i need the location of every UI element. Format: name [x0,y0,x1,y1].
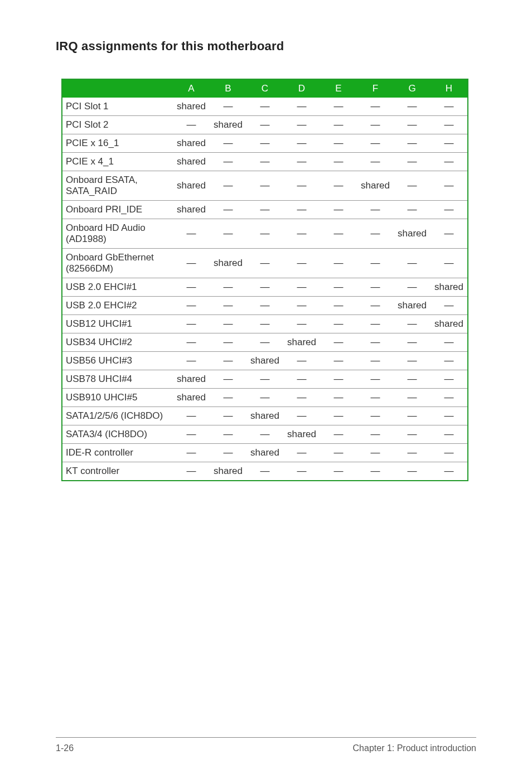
row-cell: — [283,278,320,297]
row-cell: — [210,352,246,370]
row-cell: — [431,98,467,116]
row-cell: — [357,116,394,134]
row-cell: — [283,116,320,134]
row-cell: — [394,278,431,297]
footer-chapter: Chapter 1: Product introduction [353,743,476,753]
row-label: USB56 UHCI#3 [62,352,173,370]
row-cell: — [173,297,210,315]
row-cell: — [246,201,283,219]
header-blank [62,80,173,98]
row-cell: — [246,389,283,407]
row-label: KT controller [62,462,173,481]
row-cell: — [394,407,431,425]
row-cell: shared [246,407,283,425]
row-label: IDE-R controller [62,444,173,462]
row-cell: — [394,315,431,333]
row-label: USB12 UHCI#1 [62,315,173,333]
table-row: USB 2.0 EHCI#1———————shared [62,278,467,297]
row-cell: shared [173,153,210,171]
row-cell: — [173,425,210,444]
row-cell: — [357,333,394,352]
row-cell: — [394,134,431,153]
row-cell: — [173,116,210,134]
row-cell: — [210,278,246,297]
row-cell: — [394,444,431,462]
row-cell: — [320,315,357,333]
row-cell: — [210,153,246,171]
row-label: Onboard ESATA, SATA_RAID [62,171,173,201]
row-cell: — [320,370,357,389]
row-cell: — [357,444,394,462]
row-cell: shared [173,98,210,116]
row-cell: — [394,370,431,389]
row-cell: — [173,333,210,352]
row-cell: — [210,134,246,153]
table-row: Onboard PRI_IDEshared——————— [62,201,467,219]
row-cell: — [320,116,357,134]
row-label: PCI Slot 1 [62,98,173,116]
row-cell: — [210,219,246,249]
row-cell: — [320,352,357,370]
row-cell: — [320,462,357,481]
row-cell: — [210,98,246,116]
header-col-a: A [173,80,210,98]
row-cell: — [394,333,431,352]
row-cell: — [394,249,431,278]
row-cell: shared [394,297,431,315]
table-row: PCI Slot 1shared——————— [62,98,467,116]
table-row: Onboard ESATA, SATA_RAIDshared————shared… [62,171,467,201]
row-cell: — [283,297,320,315]
row-cell: — [283,389,320,407]
row-cell: — [394,462,431,481]
row-cell: — [246,370,283,389]
row-cell: — [283,153,320,171]
table-row: USB78 UHCI#4shared——————— [62,370,467,389]
row-cell: — [357,219,394,249]
row-cell: — [283,201,320,219]
row-cell: — [431,297,467,315]
row-cell: — [320,134,357,153]
row-cell: — [173,444,210,462]
row-label: PCIE x 16_1 [62,134,173,153]
row-cell: — [320,98,357,116]
row-label: USB 2.0 EHCI#2 [62,297,173,315]
row-cell: — [431,201,467,219]
row-cell: — [246,425,283,444]
row-cell: — [283,407,320,425]
table-row: PCIE x 4_1shared——————— [62,153,467,171]
header-col-e: E [320,80,357,98]
row-cell: — [431,352,467,370]
row-cell: — [246,278,283,297]
row-cell: — [283,444,320,462]
row-label: Onboard HD Audio (AD1988) [62,219,173,249]
table-row: IDE-R controller——shared————— [62,444,467,462]
row-cell: — [210,333,246,352]
row-cell: — [357,201,394,219]
row-cell: — [431,425,467,444]
row-cell: — [246,297,283,315]
row-cell: — [357,315,394,333]
row-cell: shared [173,171,210,201]
row-cell: — [320,333,357,352]
row-label: Onboard GbEthernet (82566DM) [62,249,173,278]
row-label: USB78 UHCI#4 [62,370,173,389]
row-cell: — [394,116,431,134]
table-row: SATA3/4 (ICH8DO)———shared———— [62,425,467,444]
row-cell: — [357,297,394,315]
row-cell: — [173,407,210,425]
row-cell: — [320,249,357,278]
page-footer: 1-26 Chapter 1: Product introduction [56,737,476,753]
row-cell: shared [246,444,283,462]
irq-table: A B C D E F G H PCI Slot 1shared———————P… [62,80,467,480]
row-cell: shared [357,171,394,201]
table-row: PCI Slot 2—shared—————— [62,116,467,134]
row-cell: — [357,370,394,389]
table-row: USB 2.0 EHCI#2——————shared— [62,297,467,315]
row-cell: — [283,134,320,153]
row-cell: — [246,116,283,134]
row-cell: — [210,407,246,425]
row-cell: — [357,389,394,407]
row-cell: — [394,201,431,219]
row-cell: — [431,116,467,134]
row-cell: — [320,201,357,219]
